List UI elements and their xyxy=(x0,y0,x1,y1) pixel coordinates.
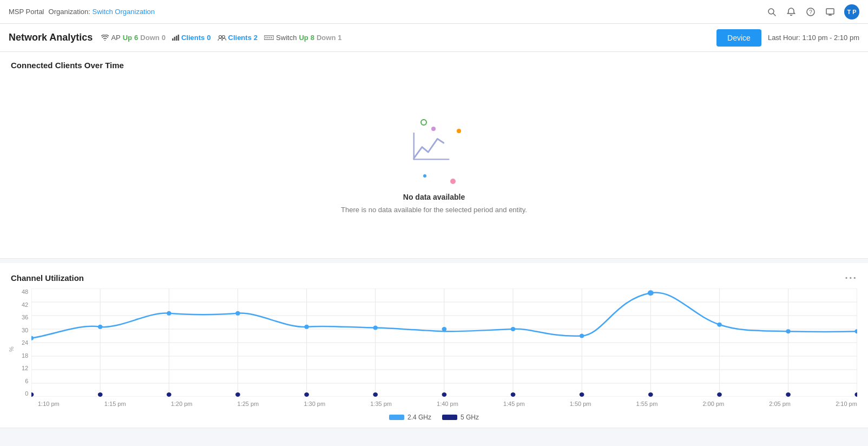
switch-down-value: 1 xyxy=(338,34,341,42)
data-dot-3 xyxy=(235,311,240,316)
monitor-icon[interactable] xyxy=(825,6,836,17)
legend-5ghz: 5 GHz xyxy=(442,414,479,421)
chart-plot-area xyxy=(31,288,857,398)
switch-up-label: Up xyxy=(299,34,308,42)
bell-icon[interactable] xyxy=(786,6,797,17)
legend-5ghz-color xyxy=(442,415,457,420)
y-axis-values: 48 42 36 30 24 18 12 6 0 xyxy=(22,288,31,397)
data-dot-10 xyxy=(717,323,722,327)
channel-utilization-section: Channel Utilization ··· % 48 42 36 30 24… xyxy=(0,263,868,428)
bottom-dot-0 xyxy=(31,392,34,397)
bottom-dot-12 xyxy=(855,392,857,397)
dot-green xyxy=(420,119,427,126)
section-menu-button[interactable]: ··· xyxy=(845,272,857,284)
legend-24ghz-color xyxy=(389,415,404,420)
time-range: Last Hour: 1:10 pm - 2:10 pm xyxy=(768,34,859,42)
device-button[interactable]: Device xyxy=(716,29,761,47)
svg-rect-9 xyxy=(176,36,177,41)
no-data-title: No data available xyxy=(403,193,465,201)
data-dot-1 xyxy=(98,325,103,329)
y-24: 24 xyxy=(22,339,28,346)
channel-chart-svg xyxy=(31,288,857,397)
x-label-11: 2:05 pm xyxy=(769,401,791,407)
x-label-10: 2:00 pm xyxy=(702,401,724,407)
x-label-4: 1:30 pm xyxy=(304,401,325,407)
x-label-2: 1:20 pm xyxy=(171,401,193,407)
bottom-dot-4 xyxy=(305,392,310,397)
svg-point-15 xyxy=(267,37,268,38)
clients1-status: Clients 0 xyxy=(172,34,211,42)
y-18: 18 xyxy=(22,352,28,359)
clients2-label: Clients xyxy=(228,34,252,42)
x-label-7: 1:45 pm xyxy=(503,401,525,407)
sub-header: Network Analytics AP Up 6 Down 0 xyxy=(0,24,868,52)
avatar[interactable]: T P xyxy=(844,4,859,19)
search-icon[interactable] xyxy=(766,6,777,17)
y-42: 42 xyxy=(22,301,28,308)
dot-purple xyxy=(431,127,436,131)
ap-status: AP Up 6 Down 0 xyxy=(101,34,166,42)
clients2-value: 2 xyxy=(254,34,258,42)
clients1-value: 0 xyxy=(207,34,211,42)
no-data-icon-area xyxy=(402,119,466,184)
channel-utilization-title: Channel Utilization xyxy=(11,273,84,283)
svg-point-16 xyxy=(269,37,271,38)
top-nav: MSP Portal Organization: Switch Organiza… xyxy=(0,0,868,24)
y-36: 36 xyxy=(22,314,28,320)
bottom-dot-9 xyxy=(648,392,653,397)
page-title: Network Analytics xyxy=(9,32,93,43)
svg-point-11 xyxy=(219,36,221,38)
dot-pink xyxy=(450,179,456,184)
org-label: Organization: Switch Organization xyxy=(49,8,155,16)
clients-icon xyxy=(218,35,226,41)
switch-org-link[interactable]: Switch Organization xyxy=(92,8,155,16)
y-6: 6 xyxy=(25,378,28,384)
brand-label: MSP Portal xyxy=(9,8,44,16)
data-dot-12 xyxy=(855,329,857,333)
x-label-8: 1:50 pm xyxy=(570,401,591,407)
sub-header-right: Device Last Hour: 1:10 pm - 2:10 pm xyxy=(716,29,859,47)
data-dot-8 xyxy=(580,334,584,338)
bottom-dot-7 xyxy=(511,392,516,397)
bottom-dot-1 xyxy=(98,392,103,397)
x-label-5: 1:35 pm xyxy=(370,401,392,407)
connected-clients-title: Connected Clients Over Time xyxy=(11,61,124,70)
top-nav-icons: ? T P xyxy=(766,4,859,19)
bottom-dot-10 xyxy=(717,392,722,397)
dot-blue xyxy=(423,174,426,178)
legend-5ghz-label: 5 GHz xyxy=(461,414,479,421)
svg-point-14 xyxy=(266,37,267,38)
top-nav-left: MSP Portal Organization: Switch Organiza… xyxy=(9,8,155,16)
switch-up-value: 8 xyxy=(311,34,314,42)
main-content: Connected Clients Over Time No data avai… xyxy=(0,52,868,428)
svg-point-17 xyxy=(271,37,272,38)
svg-line-1 xyxy=(773,14,775,16)
ap-up-value: 6 xyxy=(134,34,138,42)
no-data-panel: No data available There is no data avail… xyxy=(0,74,868,258)
data-dot-9 xyxy=(648,290,654,296)
legend-24ghz: 2.4 GHz xyxy=(389,414,431,421)
sub-header-left: Network Analytics AP Up 6 Down 0 xyxy=(9,32,342,43)
wifi-icon xyxy=(101,35,109,41)
legend-24ghz-label: 2.4 GHz xyxy=(407,414,431,421)
ap-down-value: 0 xyxy=(162,34,166,42)
chart-y-wrapper: 48 42 36 30 24 18 12 6 0 xyxy=(22,288,857,398)
org-text: Organization: xyxy=(49,8,90,16)
x-label-0: 1:10 pm xyxy=(38,401,60,407)
data-dot-5 xyxy=(373,326,378,330)
svg-rect-10 xyxy=(177,35,179,41)
ap-up-label: Up xyxy=(123,34,132,42)
svg-rect-7 xyxy=(172,38,174,41)
data-dot-7 xyxy=(511,327,516,331)
clients1-label: Clients xyxy=(181,34,205,42)
y-30: 30 xyxy=(22,327,28,333)
chart-legend: 2.4 GHz 5 GHz xyxy=(0,409,868,428)
dot-orange xyxy=(457,129,461,133)
chart-wrapper: % 48 42 36 30 24 18 12 6 0 xyxy=(0,288,868,409)
help-icon[interactable]: ? xyxy=(805,6,816,17)
switch-label: Switch xyxy=(276,34,297,42)
y-axis-label: % xyxy=(8,346,15,352)
no-data-subtitle: There is no data available for the selec… xyxy=(341,206,527,214)
svg-point-12 xyxy=(222,36,225,38)
x-label-9: 1:55 pm xyxy=(636,401,658,407)
